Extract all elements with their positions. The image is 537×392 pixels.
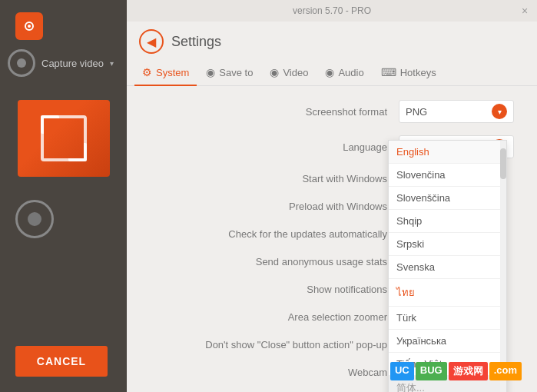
capture-chevron-icon[interactable]: ▾: [110, 59, 114, 68]
sidebar-record-button[interactable]: [15, 200, 54, 238]
system-tab-label: System: [156, 67, 189, 78]
lang-option-shqip[interactable]: Shqip: [389, 210, 506, 233]
area-selection-label: Area selection zoomer: [127, 311, 399, 323]
preload-with-windows-label: Preload with Windows: [127, 201, 399, 212]
lang-option-turk[interactable]: Türk: [389, 307, 506, 330]
svg-point-2: [28, 25, 31, 28]
badge-text: .com: [489, 362, 522, 380]
language-label: Language: [127, 141, 399, 153]
lang-option-english[interactable]: English: [389, 141, 506, 164]
dropdown-scrollbar[interactable]: [500, 141, 506, 392]
capture-video-section: Capture video ▾: [0, 49, 121, 77]
start-with-windows-label: Start with Windows: [127, 173, 399, 184]
lang-option-srpski[interactable]: Srpski: [389, 233, 506, 256]
lang-option-svenska[interactable]: Svenska: [389, 256, 506, 279]
hotkeys-tab-label: Hotkeys: [400, 67, 436, 78]
hotkeys-tab-icon: ⌨: [381, 66, 396, 78]
tab-hotkeys[interactable]: ⌨ Hotkeys: [373, 60, 444, 86]
thumbnail-frame-icon: [41, 115, 87, 161]
tabs-bar: ⚙ System ◉ Save to ◉ Video ◉ Audio ⌨ Hot…: [127, 60, 537, 86]
close-button[interactable]: ×: [519, 5, 531, 17]
close-button-label: Don't show "Close" button action" pop-up: [127, 339, 399, 350]
badge-com: 游戏网: [449, 362, 488, 380]
capture-label: Capture video: [41, 58, 104, 69]
badge-uc: UC: [390, 362, 414, 380]
save-tab-label: Save to: [219, 67, 253, 78]
screenshot-format-label: Screenshot format: [127, 106, 399, 118]
dropdown-scrollbar-thumb: [500, 148, 506, 179]
record-button[interactable]: [8, 49, 35, 77]
badge-bug: BUG: [416, 362, 447, 380]
settings-content: Screenshot format PNG ▾ Language English…: [127, 86, 537, 392]
sidebar: Capture video ▾ CANCEL: [0, 0, 127, 392]
screenshot-format-value: PNG: [406, 106, 427, 118]
lang-option-thai[interactable]: ไทย: [389, 279, 506, 307]
anonymous-stats-label: Send anonymous usage stats: [127, 256, 399, 267]
video-tab-label: Video: [283, 67, 308, 78]
back-icon: ◀: [147, 35, 156, 49]
webcam-label: Webcam: [127, 367, 399, 378]
settings-title: Settings: [171, 34, 221, 50]
title-bar: version 5.70 - PRO ×: [127, 0, 537, 22]
cancel-button[interactable]: CANCEL: [15, 346, 108, 377]
tab-audio[interactable]: ◉ Audio: [317, 60, 371, 86]
video-tab-icon: ◉: [270, 66, 279, 78]
tab-video[interactable]: ◉ Video: [262, 60, 316, 86]
language-dropdown-list: English Slovenčina Slovenščina Shqip Srp…: [388, 140, 507, 392]
lang-option-slovenscina[interactable]: Slovenščina: [389, 187, 506, 210]
show-notifications-label: Show notifications: [127, 284, 399, 295]
system-tab-icon: ⚙: [142, 66, 152, 78]
watermark-badge: UC BUG 游戏网 .com: [390, 362, 522, 380]
tab-system[interactable]: ⚙ System: [134, 60, 197, 86]
check-updates-label: Check for the updates automatically: [127, 228, 399, 240]
lang-option-slovencina[interactable]: Slovenčina: [389, 164, 506, 187]
app-version: version 5.70 - PRO: [293, 5, 371, 16]
save-tab-icon: ◉: [206, 66, 215, 78]
main-panel: version 5.70 - PRO × ◀ Settings ⚙ System…: [127, 0, 537, 392]
audio-tab-icon: ◉: [325, 66, 334, 78]
lang-option-ukrainian[interactable]: Українська: [389, 330, 506, 353]
app-logo: [15, 12, 43, 40]
audio-tab-label: Audio: [338, 67, 363, 78]
sidebar-thumbnail: [18, 100, 110, 177]
settings-header: ◀ Settings: [127, 22, 537, 60]
screenshot-format-row: Screenshot format PNG ▾: [127, 94, 537, 129]
screenshot-format-control: PNG ▾: [399, 100, 522, 123]
back-button[interactable]: ◀: [139, 29, 164, 54]
tab-save-to[interactable]: ◉ Save to: [198, 60, 260, 86]
screenshot-format-dropdown[interactable]: PNG ▾: [399, 100, 514, 123]
screenshot-dropdown-arrow-icon: ▾: [492, 104, 507, 119]
